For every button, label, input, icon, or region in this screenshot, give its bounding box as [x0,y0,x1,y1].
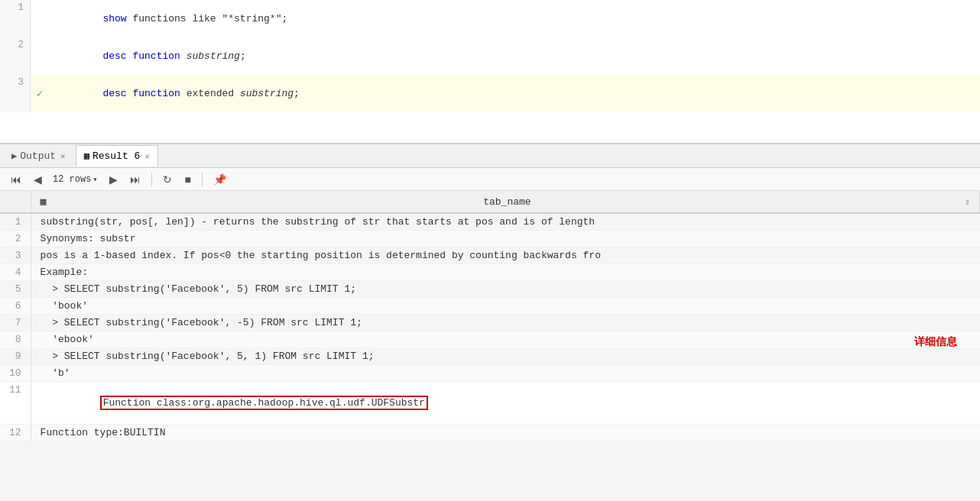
line-number-1: 1 [0,0,31,37]
tab-result6-close[interactable]: ✕ [144,151,150,161]
tab-result6[interactable]: ▦ Result 6 ✕ [76,145,158,166]
row-num-10: 10 [0,365,31,382]
line-status-1 [31,0,49,37]
row-cell-11: Function class:org.apache.hadoop.hive.ql… [31,382,979,425]
line-number-3: 3 [0,75,31,112]
line-content-1: show functions like "*string*"; [49,0,980,37]
row-num-3: 3 [0,247,31,264]
kw-desc2: desc [102,50,126,62]
rows-count: 12 rows [53,174,91,185]
tab-name-column-header: ▦ tab_name ⇕ [31,191,979,213]
line-status-2 [31,37,49,75]
pin-button[interactable]: 📌 [209,171,231,188]
next-page-button[interactable]: ▶ [105,171,122,188]
fn-substring3: substring [240,88,294,99]
row-num-4: 4 [0,264,31,281]
outlined-cell-content: Function class:org.apache.hadoop.hive.ql… [100,396,428,410]
result6-icon: ▦ [84,150,89,162]
prev-page-button[interactable]: ◀ [29,171,47,188]
table-row: 7 > SELECT substring('Facebook', -5) FRO… [0,315,980,331]
row-num-12: 12 [0,425,31,441]
kw-function2: function [132,50,180,62]
results-wrapper: 详细信息 ← 函数在源码当中对应的全类名 ▦ tab_name ⇕ 1 s [0,191,980,441]
table-row: 9 > SELECT substring('Facebook', 5, 1) F… [0,348,980,365]
row-num-2: 2 [0,231,31,247]
tab-output-close[interactable]: ✕ [60,151,66,161]
row-num-11: 11 [0,382,31,425]
toolbar: ⏮ ◀ 12 rows ▾ ▶ ⏭ ↻ ■ 📌 [0,168,980,191]
row-cell-4: Example: [31,264,979,281]
kw-desc3: desc [102,88,126,99]
row-num-6: 6 [0,298,31,315]
tabs-bar: ▶ Output ✕ ▦ Result 6 ✕ [0,144,980,168]
row-num-7: 7 [0,315,31,331]
first-page-button[interactable]: ⏮ [6,171,26,188]
tab-output-label: Output [20,150,56,162]
row-num-1: 1 [0,213,31,231]
row-num-5: 5 [0,281,31,298]
line-content-2: desc function substring; [49,37,980,75]
table-row: 2 Synonyms: substr [0,231,980,247]
row-cell-7: > SELECT substring('Facebook', -5) FROM … [31,315,979,331]
table-row-11: 11 Function class:org.apache.hadoop.hive… [0,382,980,425]
row-cell-10: 'b' [31,365,979,382]
row-cell-6: 'book' [31,298,979,315]
code-line-3: 3 ✓ desc function extended substring; [0,75,980,112]
line-number-2: 2 [0,37,31,75]
col-sort-icon[interactable]: ⇕ [965,197,970,207]
code-line-2: 2 desc function substring; [0,37,980,75]
code-lines: 1 show functions like "*string*"; 2 desc… [0,0,980,112]
row-num-8: 8 [0,331,31,348]
table-row: 5 > SELECT substring('Facebook', 5) FROM… [0,281,980,298]
row-cell-5: > SELECT substring('Facebook', 5) FROM s… [31,281,979,298]
tab-result6-label: Result 6 [92,150,140,162]
code-line-1: 1 show functions like "*string*"; [0,0,980,37]
col-name: tab_name [483,196,531,208]
row-num-9: 9 [0,348,31,365]
table-row: 6 'book' [0,298,980,315]
row-cell-2: Synonyms: substr [31,231,979,247]
table-body: 1 substring(str, pos[, len]) - returns t… [0,213,980,441]
toolbar-divider-2 [202,173,203,186]
rows-selector[interactable]: 12 rows ▾ [50,174,102,185]
table-row: 8 'ebook' [0,331,980,348]
row-cell-8: 'ebook' [31,331,979,348]
editor-area: 1 show functions like "*string*"; 2 desc… [0,0,980,144]
kw-show: show [102,13,126,24]
table-row: 4 Example: [0,264,980,281]
output-icon: ▶ [11,150,17,162]
results-table: ▦ tab_name ⇕ 1 substring(str, pos[, len]… [0,191,980,441]
line-status-3: ✓ [31,75,49,112]
chevron-down-icon: ▾ [92,175,97,184]
line-content-3: desc function extended substring; [49,75,980,112]
editor-spacer [0,112,980,143]
stop-button[interactable]: ■ [180,171,195,188]
tab-output[interactable]: ▶ Output ✕ [3,145,74,166]
table-row: 12 Function type:BUILTIN [0,425,980,441]
col-icon: ▦ [41,196,47,208]
toolbar-divider-1 [151,173,152,186]
row-cell-3: pos is a 1-based index. If pos<0 the sta… [31,247,979,264]
fn-substring2: substring [187,50,240,62]
last-page-button[interactable]: ⏭ [125,171,145,188]
table-row: 3 pos is a 1-based index. If pos<0 the s… [0,247,980,264]
refresh-button[interactable]: ↻ [158,171,177,188]
table-row: 1 substring(str, pos[, len]) - returns t… [0,213,980,231]
row-cell-9: > SELECT substring('Facebook', 5, 1) FRO… [31,348,979,365]
table-row: 10 'b' [0,365,980,382]
kw-function3: function [132,88,180,99]
row-cell-12: Function type:BUILTIN [31,425,979,441]
row-num-header [0,191,31,213]
row-cell-1: substring(str, pos[, len]) - returns the… [31,213,979,231]
table-header-row: ▦ tab_name ⇕ [0,191,980,213]
